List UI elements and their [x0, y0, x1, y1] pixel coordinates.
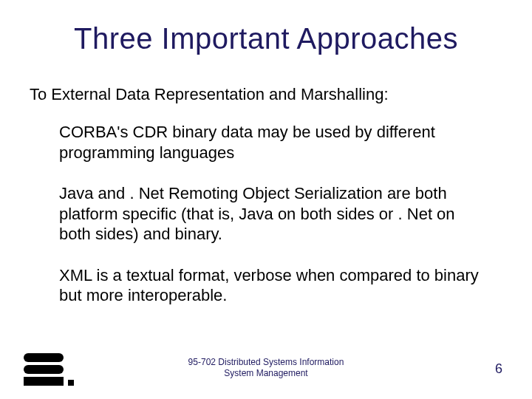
svg-rect-2 [24, 377, 64, 386]
svg-rect-1 [24, 365, 64, 374]
paragraph-2: Java and . Net Remoting Object Serializa… [59, 183, 488, 245]
footer: 95-702 Distributed Systems Information S… [0, 357, 532, 380]
paragraph-3: XML is a textual format, verbose when co… [59, 265, 488, 306]
page-number: 6 [495, 361, 502, 377]
paragraph-1: CORBA's CDR binary data may be used by d… [59, 122, 488, 163]
footer-line-2: System Management [0, 368, 532, 380]
slide-subtitle: To External Data Representation and Mars… [30, 85, 502, 104]
svg-rect-3 [68, 380, 74, 386]
footer-line-1: 95-702 Distributed Systems Information [0, 357, 532, 369]
svg-rect-0 [24, 353, 64, 362]
logo-icon [24, 353, 75, 387]
slide-title: Three Important Approaches [0, 22, 532, 55]
slide-body: CORBA's CDR binary data may be used by d… [59, 122, 488, 327]
